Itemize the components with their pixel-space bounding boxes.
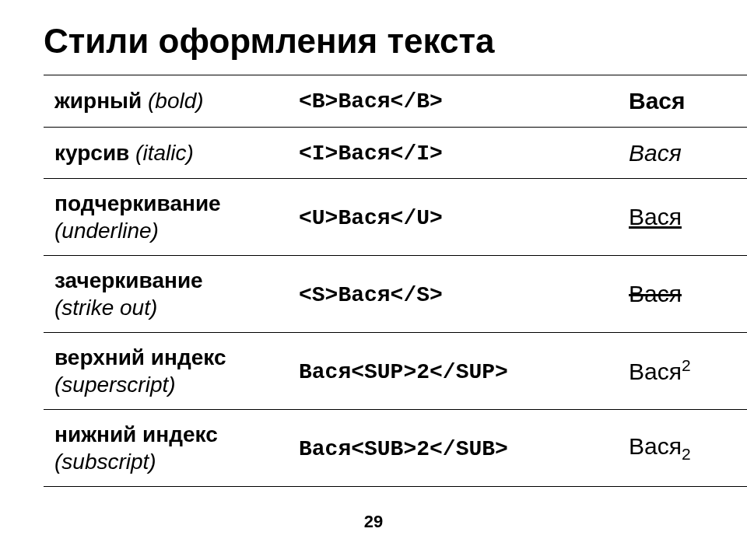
table-row: зачеркивание (strike out) <S>Вася</S> Ва…	[44, 256, 747, 333]
desc-en: (subscript)	[54, 450, 156, 474]
desc-cell: верхний индекс (superscript)	[44, 333, 288, 410]
desc-cell: нижний индекс (subscript)	[44, 410, 288, 487]
desc-ru: курсив	[54, 141, 129, 165]
desc-ru: нижний индекс	[54, 422, 218, 446]
result-cell: Вася	[618, 179, 747, 256]
result-text: Вася	[629, 433, 682, 459]
desc-en: (underline)	[54, 219, 159, 243]
result-cell: Вася2	[618, 410, 747, 487]
page-title: Стили оформления текста	[44, 22, 747, 61]
desc-en: (italic)	[129, 141, 193, 165]
desc-ru: зачеркивание	[54, 268, 203, 292]
desc-cell: курсив (italic)	[44, 127, 288, 179]
desc-ru: жирный	[54, 89, 142, 113]
desc-cell: зачеркивание (strike out)	[44, 256, 288, 333]
code-cell: Вася<SUB>2</SUB>	[288, 410, 618, 487]
slide: Стили оформления текста жирный (bold) <B…	[0, 0, 747, 560]
result-cell: Вася	[618, 75, 747, 128]
table-row: верхний индекс (superscript) Вася<SUP>2<…	[44, 333, 747, 410]
result-cell: Вася	[618, 256, 747, 333]
page-number: 29	[0, 512, 747, 532]
desc-cell: подчеркивание (underline)	[44, 179, 288, 256]
table-row: подчеркивание (underline) <U>Вася</U> Ва…	[44, 179, 747, 256]
result-text: Вася	[629, 281, 682, 306]
result-suffix: 2	[682, 356, 691, 374]
code-cell: <B>Вася</B>	[288, 75, 618, 128]
result-text: Вася	[629, 88, 686, 114]
desc-ru: верхний индекс	[54, 345, 226, 369]
desc-en: (bold)	[142, 89, 203, 113]
code-cell: <U>Вася</U>	[288, 179, 618, 256]
result-cell: Вася2	[618, 333, 747, 410]
styles-table: жирный (bold) <B>Вася</B> Вася курсив (i…	[44, 75, 747, 487]
desc-en: (strike out)	[54, 296, 157, 320]
table-row: нижний индекс (subscript) Вася<SUB>2</SU…	[44, 410, 747, 487]
code-cell: <S>Вася</S>	[288, 256, 618, 333]
result-text: Вася	[629, 140, 682, 166]
code-text: Вася<SUB>2</SUB>	[299, 437, 508, 461]
table-row: жирный (bold) <B>Вася</B> Вася	[44, 75, 747, 128]
desc-en: (superscript)	[54, 373, 176, 397]
code-cell: <I>Вася</I>	[288, 127, 618, 179]
desc-ru: подчеркивание	[54, 191, 221, 215]
code-cell: Вася<SUP>2</SUP>	[288, 333, 618, 410]
result-suffix: 2	[682, 445, 691, 463]
code-text: Вася<SUP>2</SUP>	[299, 360, 508, 384]
table-row: курсив (italic) <I>Вася</I> Вася	[44, 127, 747, 179]
desc-cell: жирный (bold)	[44, 75, 288, 128]
result-text: Вася	[629, 359, 682, 384]
result-text: Вася	[629, 204, 682, 229]
code-text: <S>Вася</S>	[299, 283, 443, 307]
code-text: <I>Вася</I>	[299, 142, 443, 166]
result-cell: Вася	[618, 127, 747, 179]
code-text: <U>Вася</U>	[299, 206, 443, 230]
code-text: <B>Вася</B>	[299, 89, 443, 114]
